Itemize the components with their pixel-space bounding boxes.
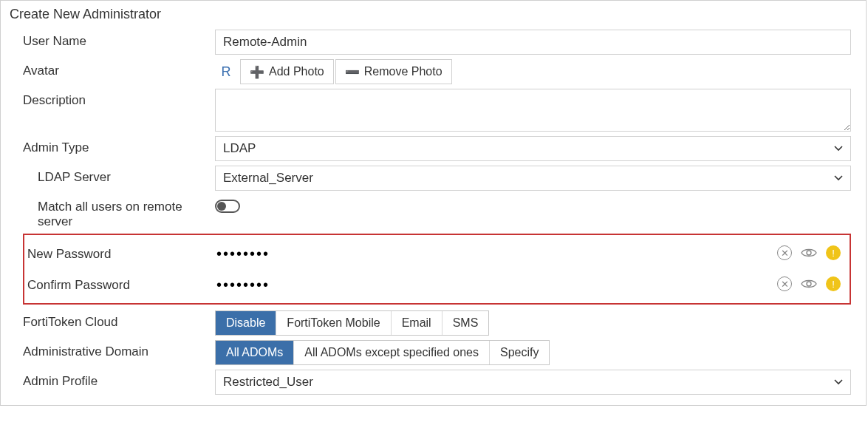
new-password-icons: ✕ ! <box>777 245 847 260</box>
toggle-knob <box>217 202 226 211</box>
adom-segmented: All ADOMs All ADOMs except specified one… <box>215 340 550 365</box>
ldap-server-value: External_Server <box>223 171 313 186</box>
label-user-name: User Name <box>23 30 215 49</box>
form-body: User Name Avatar R ➕ Add Photo ➖ Remove … <box>1 30 866 395</box>
label-new-password: New Password <box>27 244 216 262</box>
admin-profile-select[interactable]: Restricted_User <box>215 370 851 395</box>
adom-opt-specify[interactable]: Specify <box>490 341 549 364</box>
row-fortitoken: FortiToken Cloud Disable FortiToken Mobi… <box>23 310 851 336</box>
label-confirm-password: Confirm Password <box>27 275 216 293</box>
svg-point-1 <box>807 282 811 286</box>
row-avatar: Avatar R ➕ Add Photo ➖ Remove Photo <box>23 59 851 84</box>
create-admin-panel: Create New Administrator User Name Avata… <box>0 0 867 406</box>
label-ldap-server: LDAP Server <box>23 166 215 185</box>
ldap-server-select[interactable]: External_Server <box>215 166 851 191</box>
chevron-down-icon <box>834 175 843 181</box>
plus-icon: ➕ <box>250 65 264 79</box>
label-admin-profile: Admin Profile <box>23 370 215 389</box>
minus-icon: ➖ <box>345 65 360 79</box>
fortitoken-segmented: Disable FortiToken Mobile Email SMS <box>215 310 489 336</box>
confirm-password-icons: ✕ ! <box>777 276 847 291</box>
clear-icon[interactable]: ✕ <box>777 245 792 260</box>
clear-icon[interactable]: ✕ <box>777 276 792 291</box>
label-adom: Administrative Domain <box>23 340 215 359</box>
new-password-value[interactable]: •••••••• <box>216 244 777 262</box>
row-adom: Administrative Domain All ADOMs All ADOM… <box>23 340 851 365</box>
remove-photo-button[interactable]: ➖ Remove Photo <box>335 59 452 84</box>
password-highlight-box: New Password •••••••• ✕ ! Confirm Passwo… <box>23 234 851 305</box>
row-admin-type: Admin Type LDAP <box>23 136 851 161</box>
warning-icon: ! <box>826 245 841 260</box>
add-photo-label: Add Photo <box>269 65 324 78</box>
description-textarea[interactable] <box>215 89 851 132</box>
fortitoken-opt-disable[interactable]: Disable <box>216 311 276 335</box>
admin-type-select[interactable]: LDAP <box>215 136 851 161</box>
chevron-down-icon <box>834 379 843 385</box>
row-new-password: New Password •••••••• ✕ ! <box>27 240 847 266</box>
eye-icon[interactable] <box>801 247 817 259</box>
row-match-all: Match all users on remote server <box>23 195 851 229</box>
label-description: Description <box>23 89 215 108</box>
label-match-all: Match all users on remote server <box>23 195 215 229</box>
adom-opt-all[interactable]: All ADOMs <box>216 341 294 364</box>
add-photo-button[interactable]: ➕ Add Photo <box>240 59 334 84</box>
adom-opt-except[interactable]: All ADOMs except specified ones <box>294 341 490 364</box>
admin-profile-value: Restricted_User <box>223 375 313 390</box>
row-confirm-password: Confirm Password •••••••• ✕ ! <box>27 271 847 297</box>
label-fortitoken: FortiToken Cloud <box>23 310 215 330</box>
avatar-initial: R <box>215 64 237 80</box>
user-name-input[interactable] <box>215 30 851 55</box>
row-description: Description <box>23 89 851 132</box>
row-admin-profile: Admin Profile Restricted_User <box>23 370 851 395</box>
fortitoken-opt-email[interactable]: Email <box>392 311 442 335</box>
label-avatar: Avatar <box>23 59 215 78</box>
chevron-down-icon <box>834 146 843 152</box>
match-all-toggle[interactable] <box>215 200 240 213</box>
warning-icon: ! <box>826 276 841 291</box>
row-ldap-server: LDAP Server External_Server <box>23 166 851 191</box>
panel-title: Create New Administrator <box>1 1 866 30</box>
eye-icon[interactable] <box>801 278 817 290</box>
row-user-name: User Name <box>23 30 851 55</box>
admin-type-value: LDAP <box>223 141 256 156</box>
remove-photo-label: Remove Photo <box>364 65 442 78</box>
confirm-password-value[interactable]: •••••••• <box>216 275 777 293</box>
label-admin-type: Admin Type <box>23 136 215 155</box>
fortitoken-opt-mobile[interactable]: FortiToken Mobile <box>276 311 391 335</box>
fortitoken-opt-sms[interactable]: SMS <box>442 311 489 335</box>
svg-point-0 <box>807 251 811 255</box>
